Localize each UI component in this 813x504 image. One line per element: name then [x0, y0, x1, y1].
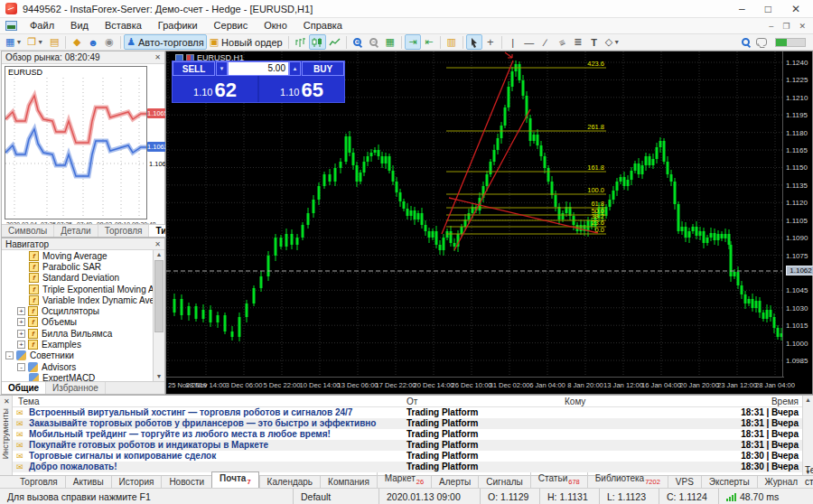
navigator-scrollbar[interactable]: ▲ ▼: [153, 250, 164, 381]
column-from[interactable]: От: [406, 396, 417, 407]
tree-expand-icon[interactable]: -: [5, 351, 14, 359]
buy-button[interactable]: BUY: [302, 61, 344, 76]
toolbox-tab-Журнал[interactable]: Журнал: [757, 476, 806, 488]
text-tool-button[interactable]: T: [586, 34, 603, 50]
market-watch-close-icon[interactable]: ✕: [154, 53, 161, 61]
mail-row[interactable]: ✉Мобильный трейдинг — торгуйте из любого…: [13, 429, 802, 440]
tree-expand-icon[interactable]: +: [17, 318, 25, 326]
autotrade-button[interactable]: ♟ Авто-торговля: [124, 34, 207, 50]
volume-field[interactable]: 5.00: [228, 61, 289, 76]
child-close-button[interactable]: ✕: [799, 22, 806, 31]
status-profile[interactable]: Default: [293, 489, 378, 504]
market-watch-tab-Символы[interactable]: Символы: [2, 225, 54, 237]
volume-up-button[interactable]: ▲: [289, 61, 301, 76]
hline-tool-button[interactable]: —: [521, 34, 537, 50]
tick-chart[interactable]: EURUSD 1.10651.10621.1060 2020.02.0407:2…: [2, 64, 164, 213]
indicators-button[interactable]: ▥: [444, 34, 460, 50]
toolbox-tab-VPS[interactable]: VPS: [668, 476, 701, 488]
toolbox-tab-Торговля[interactable]: Торговля: [13, 476, 65, 488]
chart-area[interactable]: EURUSD,H1 SELL ▼ 5.00 ▲ BUY 1.1062 1.106…: [165, 51, 813, 395]
navigator-item[interactable]: fMoving Average: [2, 250, 153, 261]
sell-price-panel[interactable]: 1.1062: [173, 76, 257, 102]
mail-row[interactable]: ✉Добро пожаловать!Trading Platform18:30 …: [13, 462, 802, 472]
mail-row[interactable]: ✉Встроенный виртуальный хостинг — торгов…: [13, 407, 802, 418]
zoom-out-button[interactable]: −: [366, 34, 382, 50]
child-restore-button[interactable]: ❐: [782, 22, 790, 31]
column-time[interactable]: Время: [771, 396, 799, 407]
mail-row[interactable]: ✉Заказывайте торговых роботов у фрилансе…: [13, 418, 802, 429]
toolbox-tab-История[interactable]: История: [111, 476, 162, 488]
scroll-up-icon[interactable]: ▲: [154, 250, 164, 259]
toolbox-close-icon[interactable]: ✕: [4, 397, 10, 406]
profiles-button[interactable]: ❐▼: [24, 34, 46, 50]
toolbox-tab-Календарь[interactable]: Календарь: [259, 476, 320, 488]
toolbox-tab-Сигналы[interactable]: Сигналы: [478, 476, 530, 488]
menu-item[interactable]: Окно: [256, 18, 295, 33]
navigator-item[interactable]: +fОсцилляторы: [2, 305, 153, 316]
navigator-tab-Общие[interactable]: Общие: [2, 382, 46, 394]
menu-item[interactable]: Вставка: [97, 18, 150, 33]
buy-price-panel[interactable]: 1.1065: [257, 76, 344, 102]
close-button[interactable]: ✕: [791, 1, 800, 17]
new-chart-button[interactable]: ▦▼: [3, 34, 24, 50]
market-watch-tab-Детали[interactable]: Детали: [54, 225, 98, 237]
payments-button[interactable]: ◆: [69, 34, 85, 50]
chart-shift-button[interactable]: ⇤: [421, 34, 437, 50]
mail-row[interactable]: ✉Покупайте готовых роботов и индикаторы …: [13, 440, 802, 451]
navigator-tab-Избранное[interactable]: Избранное: [46, 382, 106, 394]
toolbox-button[interactable]: ▤: [46, 34, 62, 50]
toolbox-tab-Статьи[interactable]: Статьи678: [530, 472, 587, 488]
toolbox-tab-Эксперты[interactable]: Эксперты: [701, 476, 757, 488]
toolbox-tab-Активы[interactable]: Активы: [65, 476, 111, 488]
tree-expand-icon[interactable]: -: [17, 363, 25, 371]
navigator-item[interactable]: fVariable Index Dynamic Average: [2, 294, 153, 305]
toolbox-tab-Компания[interactable]: Компания: [320, 476, 377, 488]
menu-item[interactable]: Графики: [150, 18, 206, 33]
column-subject[interactable]: Тема: [18, 396, 40, 407]
tree-expand-icon[interactable]: +: [17, 330, 25, 338]
menu-item[interactable]: Вид: [62, 18, 97, 33]
vline-tool-button[interactable]: |: [505, 34, 521, 50]
scroll-up-icon[interactable]: ▲: [803, 397, 813, 403]
bar-chart-button[interactable]: [292, 34, 309, 50]
maximize-button[interactable]: □: [765, 1, 771, 17]
scroll-down-icon[interactable]: ▼: [154, 372, 164, 381]
column-to[interactable]: Кому: [565, 396, 585, 407]
menu-item[interactable]: Файл: [22, 18, 62, 33]
fibonacci-tool-button[interactable]: ≡: [554, 34, 570, 50]
navigator-item[interactable]: fParabolic SAR: [2, 261, 153, 272]
channel-tool-button[interactable]: ≣: [570, 34, 586, 50]
shapes-tool-button[interactable]: ◇▼: [603, 34, 622, 50]
chat-button[interactable]: [753, 34, 770, 50]
cursor-tool-button[interactable]: [466, 34, 482, 50]
scroll-thumb[interactable]: [154, 260, 164, 332]
toolbox-tab-Библиотека[interactable]: Библиотека7202: [587, 472, 668, 488]
tile-windows-button[interactable]: ▦: [382, 34, 398, 50]
navigator-item[interactable]: +fExamples: [2, 339, 153, 350]
market-watch-tab-Торговля[interactable]: Торговля: [98, 225, 150, 237]
menu-item[interactable]: Сервис: [206, 18, 257, 33]
navigator-item[interactable]: +fОбъемы: [2, 317, 153, 328]
navigator-close-icon[interactable]: ✕: [154, 240, 161, 248]
menu-item[interactable]: Справка: [295, 18, 350, 33]
navigator-item[interactable]: ExpertMACD: [2, 372, 153, 381]
toolbox-tab-Алерты[interactable]: Алерты: [431, 476, 478, 488]
toolbox-tab-Почта[interactable]: Почта7: [211, 471, 258, 488]
broadcast-button[interactable]: ◉: [101, 34, 117, 50]
sell-button[interactable]: SELL: [173, 61, 215, 76]
volume-down-button[interactable]: ▼: [216, 61, 228, 76]
toolbox-tab-Новости[interactable]: Новости: [161, 476, 211, 488]
tree-expand-icon[interactable]: +: [17, 307, 25, 315]
mail-row[interactable]: ✉Торговые сигналы и копирование сделокTr…: [13, 451, 802, 462]
minimize-button[interactable]: –: [739, 1, 745, 17]
zoom-in-button[interactable]: +: [350, 34, 366, 50]
navigator-item[interactable]: +fБилла Вильямса: [2, 328, 153, 339]
child-minimize-button[interactable]: –: [769, 22, 773, 31]
line-chart-button[interactable]: [326, 34, 343, 50]
new-order-button[interactable]: ▣ Новый ордер: [207, 34, 285, 50]
community-button[interactable]: ☻: [85, 34, 101, 50]
crosshair-tool-button[interactable]: +: [482, 34, 499, 50]
toolbox-tab-Маркет[interactable]: Маркет26: [377, 472, 431, 488]
navigator-item[interactable]: -Advisors: [2, 361, 153, 372]
navigator-item[interactable]: -Советники: [2, 350, 153, 361]
